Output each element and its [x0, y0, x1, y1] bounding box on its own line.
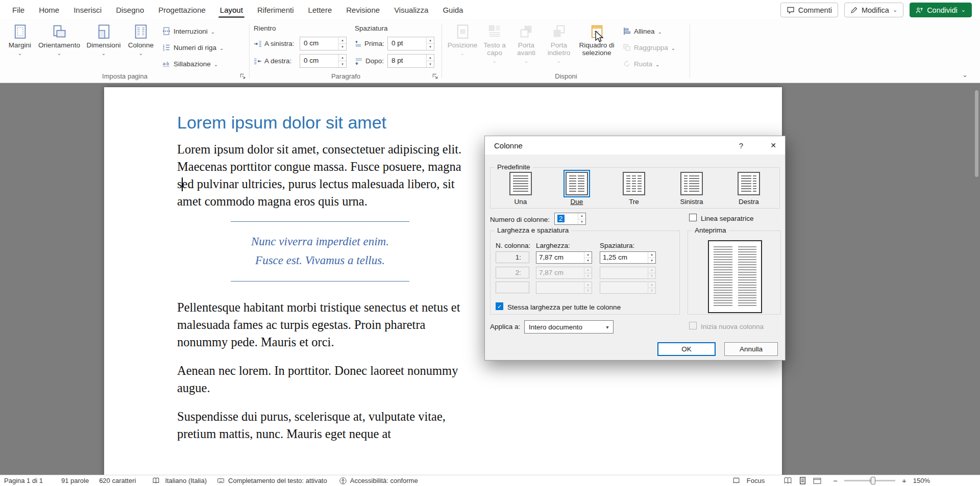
indent-right-input[interactable]: 0 cm	[300, 54, 347, 68]
orientation-button[interactable]: Orientamento	[36, 22, 83, 57]
spacing-before-input[interactable]: 0 pt	[387, 37, 434, 50]
vertical-scrollbar[interactable]	[975, 90, 978, 177]
zoom-out-button[interactable]: −	[833, 476, 838, 485]
tab-disegno[interactable]: Disegno	[109, 1, 151, 19]
spacing-before-icon	[355, 40, 362, 48]
col1-spacing-spinner[interactable]	[648, 252, 655, 263]
start-new-column-label: Inizia nuova colonna	[701, 323, 764, 330]
dialog-launcher-icon	[432, 73, 438, 80]
spin-up-icon[interactable]	[339, 55, 346, 61]
tab-inserisci[interactable]: Inserisci	[66, 1, 109, 19]
preset-una[interactable]: Una	[504, 172, 537, 206]
proofing-book-icon[interactable]	[152, 477, 160, 484]
web-layout-icon[interactable]	[813, 477, 821, 484]
spin-up-icon[interactable]	[584, 252, 592, 258]
tab-file[interactable]: File	[5, 1, 32, 19]
dialog-close-button[interactable]: ✕	[762, 136, 785, 155]
tab-layout[interactable]: Layout	[213, 1, 250, 19]
col1-width-spinner[interactable]	[584, 252, 592, 263]
spin-up-icon[interactable]	[648, 252, 655, 258]
columns-button[interactable]: Colonne	[125, 22, 157, 57]
zoom-level[interactable]: 150%	[913, 477, 930, 484]
page-setup-dialog-launcher[interactable]	[238, 72, 247, 81]
chevron-down-icon	[658, 28, 662, 35]
align-button[interactable]: Allinea	[623, 24, 675, 38]
col1-width-input[interactable]: 7,87 cm	[536, 251, 592, 264]
spin-down-icon[interactable]	[427, 61, 434, 67]
tab-revisione[interactable]: Revisione	[339, 1, 387, 19]
page-indicator[interactable]: Pagina 1 di 1	[4, 477, 43, 484]
spin-up-icon[interactable]	[578, 213, 585, 219]
breaks-button[interactable]: Interruzioni	[162, 24, 224, 38]
spacing-after-icon	[355, 57, 363, 65]
spin-down-icon[interactable]	[427, 44, 434, 50]
spin-down-icon[interactable]	[584, 258, 592, 264]
line-between-checkbox[interactable]	[689, 214, 697, 221]
accessibility-status[interactable]: Accessibilità: conforme	[350, 477, 418, 484]
dialog-title: Colonne	[494, 141, 523, 150]
equal-width-checkbox[interactable]: ✓	[496, 302, 503, 310]
zoom-slider-thumb[interactable]	[871, 477, 875, 484]
focus-mode-button[interactable]: Focus	[747, 477, 765, 484]
preset-due[interactable]: Due	[560, 172, 593, 206]
zoom-slider[interactable]	[844, 480, 895, 481]
spin-down-icon[interactable]	[648, 258, 655, 264]
spin-up-icon[interactable]	[427, 55, 434, 61]
num-columns-input[interactable]: 2	[554, 213, 586, 225]
print-layout-icon[interactable]	[799, 477, 806, 484]
num-columns-spinner[interactable]	[578, 213, 585, 224]
char-count[interactable]: 620 caratteri	[99, 477, 136, 484]
spin-up-icon	[648, 282, 655, 288]
spin-up-icon[interactable]	[339, 37, 346, 44]
col3-width-spinner	[584, 282, 592, 293]
spacing-before-spinner[interactable]	[426, 37, 434, 50]
tab-progettazione[interactable]: Progettazione	[151, 1, 213, 19]
word-count[interactable]: 91 parole	[61, 477, 89, 484]
indent-left-input[interactable]: 0 cm	[300, 37, 347, 50]
tab-lettere[interactable]: Lettere	[301, 1, 339, 19]
zoom-in-button[interactable]: +	[902, 476, 906, 485]
hyphenation-button[interactable]: a-b Sillabazione	[162, 57, 224, 70]
ok-button[interactable]: OK	[657, 342, 716, 356]
col1-spacing-input[interactable]: 1,25 cm	[600, 251, 656, 264]
indent-left-spinner[interactable]	[338, 37, 346, 50]
spin-down-icon[interactable]	[339, 44, 346, 50]
arrange-minibuttons: Allinea Raggruppa Ruota	[623, 22, 675, 73]
preset-destra[interactable]: Destra	[732, 172, 765, 206]
preset-sinistra[interactable]: Sinistra	[675, 172, 708, 206]
text-completion-status[interactable]: Completamento del testo: attivato	[228, 477, 327, 484]
dialog-launcher-icon	[239, 73, 246, 80]
tab-home[interactable]: Home	[32, 1, 66, 19]
tab-riferimenti[interactable]: Riferimenti	[250, 1, 301, 19]
cancel-button[interactable]: Annulla	[724, 342, 778, 356]
tab-guida[interactable]: Guida	[435, 1, 470, 19]
spin-up-icon[interactable]	[427, 37, 434, 44]
share-button[interactable]: Condividi	[910, 3, 972, 17]
tab-visualizza[interactable]: Visualizza	[387, 1, 435, 19]
ribbon: Margini Orientamento Dimensioni Colonne	[0, 20, 980, 83]
rotate-button: Ruota	[623, 57, 675, 70]
page-size-button[interactable]: Dimensioni	[83, 22, 125, 57]
rotate-icon	[623, 60, 631, 68]
dialog-help-button[interactable]: ?	[731, 136, 751, 155]
margins-button[interactable]: Margini	[4, 22, 36, 57]
indent-right-spinner[interactable]	[338, 55, 346, 67]
apply-to-dropdown[interactable]: Intero documento	[524, 320, 614, 334]
num-columns-label: Numero di colonne:	[490, 216, 550, 223]
num-columns-value: 2	[557, 215, 565, 222]
spin-down-icon[interactable]	[578, 219, 585, 225]
indent-right-label: A destra:	[254, 57, 297, 65]
spacing-after-spinner[interactable]	[426, 55, 434, 67]
spacing-after-input[interactable]: 8 pt	[387, 54, 434, 68]
spacing-before-label: Prima:	[355, 40, 384, 48]
presets-group: Predefinite Una Due Tre Sinistra Destra	[490, 167, 780, 209]
collapse-ribbon-icon[interactable]	[962, 71, 968, 79]
read-mode-icon[interactable]	[783, 477, 792, 484]
spin-down-icon[interactable]	[339, 61, 346, 67]
preset-tre[interactable]: Tre	[618, 172, 650, 206]
comments-button[interactable]: Commenti	[780, 3, 838, 17]
line-numbers-button[interactable]: 123 Numeri di riga	[162, 41, 224, 54]
paragraph-dialog-launcher[interactable]	[431, 72, 439, 81]
editing-mode-button[interactable]: Modifica	[844, 3, 903, 17]
language-indicator[interactable]: Italiano (Italia)	[165, 477, 207, 484]
